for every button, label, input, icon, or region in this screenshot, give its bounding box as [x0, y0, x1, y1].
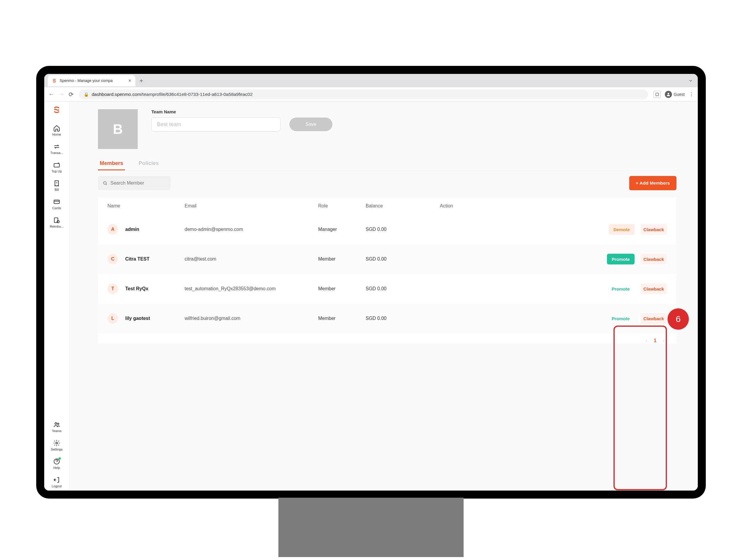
tab-members[interactable]: Members [98, 157, 125, 170]
team-name-label: Team Name [151, 109, 332, 114]
member-balance: SGD 0.00 [366, 316, 440, 321]
main-content: B Team Name Save Members Policies [69, 102, 698, 491]
search-member-input[interactable] [110, 180, 166, 186]
member-email: demo-admin@spenmo.com [184, 227, 318, 232]
page-next-icon[interactable]: › [663, 338, 665, 343]
member-avatar-letter: T [107, 283, 118, 294]
table-row: A admin demo-admin@spenmo.com Manager SG… [98, 215, 676, 244]
monitor-stand [278, 498, 464, 557]
new-tab-button[interactable]: ＋ [138, 76, 144, 85]
browser-menu-icon[interactable]: ⋮ [689, 92, 694, 97]
member-avatar-letter: C [107, 254, 118, 265]
svg-point-1 [668, 93, 669, 94]
svg-point-7 [58, 423, 59, 425]
member-role: Member [318, 257, 366, 262]
lock-icon: 🔒 [84, 92, 89, 97]
sidebar-item-label: Bill [55, 188, 59, 191]
team-name-input[interactable] [151, 117, 280, 131]
sidebar-item-label: Home [52, 133, 61, 136]
logout-icon [53, 476, 60, 484]
col-name: Name [107, 203, 184, 209]
col-action: Action [440, 203, 667, 209]
sidebar-item-label: Help [53, 466, 60, 469]
home-icon [53, 125, 60, 132]
row-primary-action[interactable]: Promote [607, 254, 635, 265]
search-member-field[interactable] [98, 176, 171, 190]
svg-point-8 [56, 442, 58, 444]
row-primary-action[interactable]: Promote [607, 313, 635, 324]
sidebar-item-label: Transa... [50, 151, 63, 155]
svg-rect-2 [54, 164, 59, 167]
address-bar[interactable]: 🔒 dashboard.spenmo.com/teamprofile/636c4… [79, 89, 648, 99]
sidebar-item-cards[interactable]: Cards [44, 195, 69, 213]
row-clawback-action[interactable]: Clawback [640, 254, 667, 265]
sidebar-item-label: Settings [51, 448, 63, 451]
add-members-button[interactable]: + Add Members [629, 176, 676, 190]
member-email: wilfried.buiron@gmail.com [184, 316, 318, 321]
member-role: Manager [318, 227, 366, 232]
url-text: dashboard.spenmo.com/teamprofile/636c41e… [92, 92, 253, 97]
member-email: citra@test.com [184, 257, 318, 262]
nav-back-icon[interactable]: ← [48, 91, 54, 98]
sidebar-item-topup[interactable]: Top Up [44, 159, 69, 176]
row-clawback-action[interactable]: Clawback [640, 313, 667, 324]
nav-reload-icon[interactable]: ⟳ [68, 91, 73, 98]
col-balance: Balance [366, 203, 440, 209]
row-primary-action[interactable]: Promote [607, 283, 635, 294]
settings-icon [53, 440, 60, 447]
team-avatar: B [98, 109, 138, 149]
save-button[interactable]: Save [289, 117, 332, 131]
svg-rect-0 [656, 93, 658, 96]
extension-icon[interactable] [653, 91, 661, 98]
row-primary-action[interactable]: Demote [609, 224, 635, 235]
sidebar-item-reimburse[interactable]: Reimbu... [44, 214, 69, 231]
sidebar-item-settings[interactable]: Settings [44, 437, 69, 454]
sidebar-item-logout[interactable]: Logout [44, 473, 69, 491]
bill-icon [53, 180, 60, 187]
tab-close-icon[interactable]: × [128, 78, 131, 83]
page-prev-icon[interactable]: ‹ [645, 338, 647, 343]
card-icon [53, 198, 60, 205]
help-icon [53, 458, 60, 465]
member-balance: SGD 0.00 [366, 286, 440, 291]
app-logo-icon[interactable] [53, 106, 61, 114]
svg-rect-4 [54, 218, 58, 223]
browser-toolbar: ← → ⟳ 🔒 dashboard.spenmo.com/teamprofile… [44, 87, 698, 102]
sidebar-item-label: Top Up [52, 169, 62, 173]
table-header: Name Email Role Balance Action [98, 198, 676, 215]
pagination: ‹ 1 › [98, 333, 676, 343]
member-name: Citra TEST [125, 257, 150, 262]
col-email: Email [184, 203, 318, 209]
member-balance: SGD 0.00 [366, 227, 440, 232]
svg-rect-3 [54, 200, 59, 204]
svg-point-10 [104, 182, 106, 184]
member-name: Test RyQx [125, 286, 148, 291]
sidebar-item-transactions[interactable]: Transa... [44, 140, 69, 157]
nav-forward-icon[interactable]: → [58, 91, 64, 98]
annotation-step-badge: 6 [668, 309, 689, 330]
teams-icon [53, 421, 60, 428]
sidebar-item-bill[interactable]: Bill [44, 177, 69, 194]
sidebar-item-label: Reimbu... [50, 225, 63, 228]
sidebar-item-teams[interactable]: Teams [44, 418, 69, 435]
guest-avatar-icon [665, 91, 672, 98]
table-row: T Test RyQx test_automation_RyQx283553@d… [98, 274, 676, 303]
browser-tab-strip: Spenmo - Manage your compa × ＋ [44, 74, 698, 87]
browser-tab[interactable]: Spenmo - Manage your compa × [48, 75, 135, 87]
sidebar-item-home[interactable]: Home [44, 122, 69, 139]
reimburse-icon [53, 217, 60, 224]
row-clawback-action[interactable]: Clawback [640, 283, 667, 294]
members-table: Name Email Role Balance Action A admin d… [98, 198, 676, 343]
tab-policies[interactable]: Policies [137, 157, 161, 170]
page-current: 1 [654, 338, 656, 343]
sidebar-item-help[interactable]: Help [44, 455, 69, 472]
tabs-expand-icon[interactable] [688, 78, 698, 83]
member-role: Member [318, 316, 366, 321]
svg-point-6 [55, 423, 57, 425]
profile-button[interactable]: Guest [665, 91, 685, 98]
tab-title: Spenmo - Manage your compa [60, 78, 125, 83]
table-row: L lily gaotest wilfried.buiron@gmail.com… [98, 303, 676, 333]
member-name: admin [125, 227, 139, 232]
profile-tabs: Members Policies [98, 157, 676, 171]
row-clawback-action[interactable]: Clawback [640, 224, 667, 235]
